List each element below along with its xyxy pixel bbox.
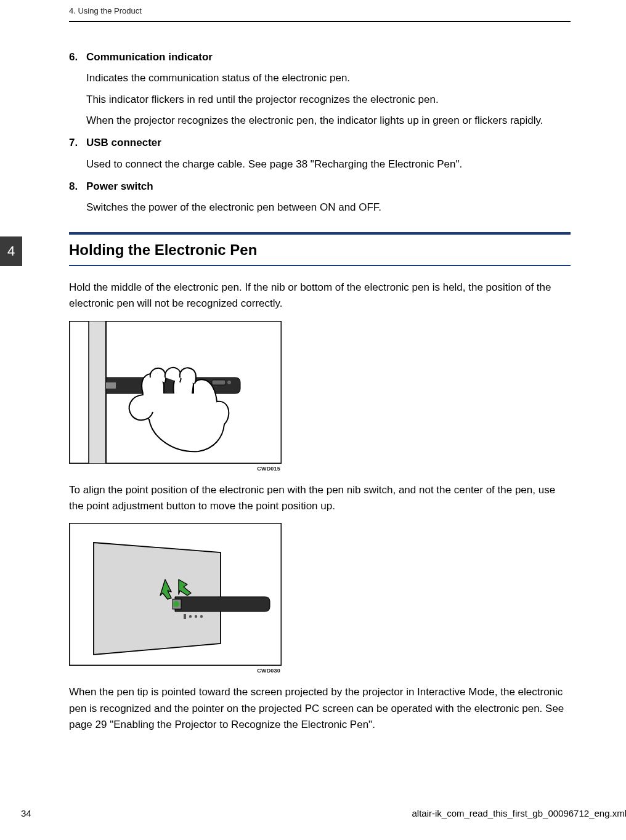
- section-heading: Holding the Electronic Pen: [69, 232, 571, 266]
- body-paragraph: Used to connect the charge cable. See pa…: [86, 156, 571, 172]
- svg-rect-10: [184, 614, 186, 619]
- svg-rect-1: [89, 321, 106, 464]
- figure-pen-pointer: CWD030: [69, 523, 282, 676]
- list-item: 7. USB connecter Used to connect the cha…: [69, 135, 571, 172]
- list-item-number: 7.: [69, 135, 78, 151]
- figure-caption: CWD015: [69, 465, 282, 474]
- body-paragraph: Hold the middle of the electronic pen. I…: [69, 280, 571, 312]
- svg-point-12: [195, 615, 197, 618]
- figure-hand-holding-pen: CWD015: [69, 321, 282, 474]
- svg-point-5: [227, 381, 231, 384]
- list-item-head: 7. USB connecter: [69, 135, 571, 151]
- svg-point-11: [189, 615, 192, 618]
- list-item-title: USB connecter: [86, 137, 161, 148]
- chapter-tab-number: 4: [7, 241, 15, 262]
- pen-pointer-illustration: [69, 523, 282, 666]
- list-item-head: 8. Power switch: [69, 179, 571, 195]
- list-item: 6. Communication indicator Indicates the…: [69, 49, 571, 129]
- figure-caption: CWD030: [69, 667, 282, 676]
- body-paragraph: To align the point position of the elect…: [69, 482, 571, 515]
- page: 4. Using the Product 4 6. Communication …: [0, 0, 626, 840]
- list-item-number: 6.: [69, 49, 78, 65]
- list-item-head: 6. Communication indicator: [69, 49, 571, 65]
- pen-hold-illustration: [69, 321, 282, 464]
- list-item-number: 8.: [69, 179, 78, 195]
- list-item-title: Communication indicator: [86, 51, 213, 63]
- svg-point-9: [173, 601, 179, 607]
- list-item-title: Power switch: [86, 180, 153, 192]
- list-item: 8. Power switch Switches the power of th…: [69, 179, 571, 216]
- rule-thin: [69, 265, 571, 266]
- body-paragraph: Indicates the communication status of th…: [86, 70, 571, 86]
- list-item-body: Switches the power of the electronic pen…: [86, 200, 571, 216]
- body-paragraph: This indicator flickers in red until the…: [86, 92, 571, 108]
- section-title: Holding the Electronic Pen: [69, 235, 571, 265]
- body-paragraph: Switches the power of the electronic pen…: [86, 200, 571, 216]
- chapter-tab: 4: [0, 236, 22, 266]
- body-paragraph: When the projector recognizes the electr…: [86, 113, 571, 129]
- body-paragraph: When the pen tip is pointed toward the s…: [69, 684, 571, 733]
- page-footer: 34 altair-ik_com_read_this_first_gb_0009…: [21, 806, 626, 820]
- running-header: 4. Using the Product: [69, 5, 571, 22]
- page-number: 34: [21, 806, 31, 820]
- svg-rect-4: [212, 380, 226, 385]
- source-file-label: altair-ik_com_read_this_first_gb_0009671…: [412, 806, 626, 820]
- svg-point-13: [200, 615, 203, 618]
- list-item-body: Indicates the communication status of th…: [86, 70, 571, 129]
- svg-rect-3: [106, 382, 116, 389]
- content-area: 6. Communication indicator Indicates the…: [69, 49, 571, 741]
- list-item-body: Used to connect the charge cable. See pa…: [86, 156, 571, 172]
- chapter-label: 4. Using the Product: [69, 6, 142, 15]
